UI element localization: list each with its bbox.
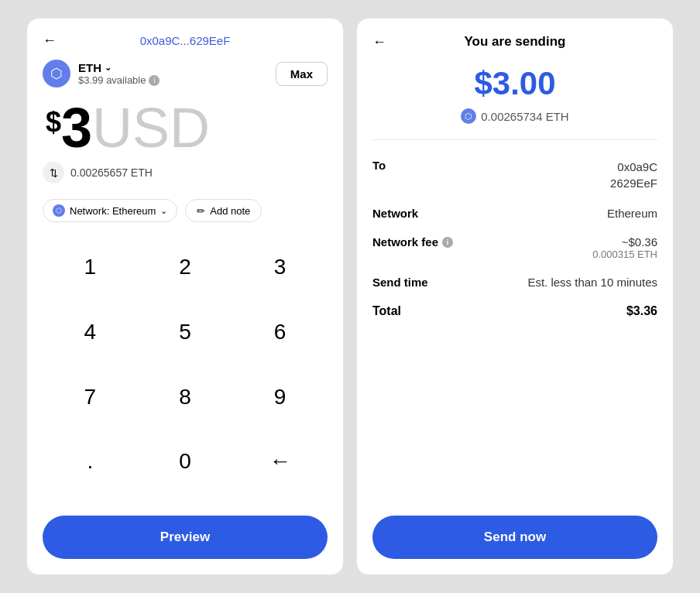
send-time-value: Est. less than 10 minutes xyxy=(527,276,657,289)
max-button[interactable]: Max xyxy=(276,62,328,86)
network-fee-row: Network fee i ~$0.36 0.000315 ETH xyxy=(372,235,657,260)
add-note-label: Add note xyxy=(210,205,250,217)
bottom-controls: ⬡ Network: Ethereum ⌄ ✏ Add note xyxy=(43,199,328,222)
usd-label: USD xyxy=(92,100,210,156)
back-button-right[interactable]: ← xyxy=(372,34,386,50)
network-chevron-icon: ⌄ xyxy=(160,206,167,216)
right-header: ← You are sending xyxy=(372,34,657,50)
add-note-button[interactable]: ✏ Add note xyxy=(185,199,262,222)
key-dot[interactable]: . xyxy=(43,435,138,488)
amount-display: $ 3 USD xyxy=(43,100,328,156)
token-balance: $3.99 available i xyxy=(78,74,160,86)
fee-label: Network fee xyxy=(372,235,438,249)
key-4[interactable]: 4 xyxy=(43,306,138,358)
eth-conversion-row: ⇅ 0.00265657 ETH xyxy=(43,162,328,183)
dollar-sign: $ xyxy=(46,106,61,139)
fee-usd: ~$0.36 xyxy=(592,235,657,249)
wallet-address[interactable]: 0x0a9C...629EeF xyxy=(140,34,231,47)
network-row-value: Ethereum xyxy=(607,207,657,220)
key-8[interactable]: 8 xyxy=(138,371,233,423)
send-panel-right: ← You are sending $3.00 ⬡ 0.00265734 ETH… xyxy=(356,18,674,575)
fee-eth: 0.000315 ETH xyxy=(592,249,657,260)
panel-title: You are sending xyxy=(465,34,566,50)
key-0[interactable]: 0 xyxy=(138,435,233,488)
left-header: ← 0x0a9C...629EeF xyxy=(43,34,328,47)
fee-label-container: Network fee i xyxy=(372,235,453,249)
to-label: To xyxy=(372,159,386,172)
key-7[interactable]: 7 xyxy=(43,371,138,423)
network-row-label: Network xyxy=(372,207,418,220)
to-row: To 0x0a9C 2629EeF xyxy=(372,159,657,191)
send-panel-left: ← 0x0a9C...629EeF ⬡ ETH ⌄ $3.99 availabl… xyxy=(26,18,344,575)
token-row: ⬡ ETH ⌄ $3.99 available i Max xyxy=(43,60,328,87)
to-address: 0x0a9C 2629EeF xyxy=(610,159,657,191)
send-amount-section: $3.00 ⬡ 0.00265734 ETH xyxy=(372,65,657,140)
key-9[interactable]: 9 xyxy=(232,371,328,423)
key-3[interactable]: 3 xyxy=(232,241,328,293)
network-row: Network Ethereum xyxy=(372,207,657,220)
eth-amount-text: 0.00265657 ETH xyxy=(70,166,153,179)
send-time-label: Send time xyxy=(372,276,428,289)
send-eth-row: ⬡ 0.00265734 ETH xyxy=(372,108,657,124)
key-6[interactable]: 6 xyxy=(232,306,328,358)
pencil-icon: ✏ xyxy=(197,205,205,217)
fee-values: ~$0.36 0.000315 ETH xyxy=(592,235,657,260)
send-eth-amount: 0.00265734 ETH xyxy=(481,110,568,123)
key-backspace[interactable]: ← xyxy=(232,435,328,488)
total-label: Total xyxy=(372,304,401,318)
key-1[interactable]: 1 xyxy=(43,241,138,293)
send-usd-amount: $3.00 xyxy=(372,65,657,102)
info-icon[interactable]: i xyxy=(149,75,160,86)
token-selector[interactable]: ⬡ ETH ⌄ $3.99 available i xyxy=(43,60,160,87)
total-row: Total $3.36 xyxy=(372,304,657,318)
token-chevron-icon: ⌄ xyxy=(105,63,112,73)
eth-icon: ⬡ xyxy=(43,60,70,87)
network-label: Network: Ethereum xyxy=(70,205,156,217)
send-now-button[interactable]: Send now xyxy=(372,516,657,559)
keypad: 1 2 3 4 5 6 7 8 9 . 0 ← xyxy=(43,241,328,500)
details-section: To 0x0a9C 2629EeF Network Ethereum Netwo… xyxy=(372,159,657,516)
back-button-left[interactable]: ← xyxy=(43,33,57,49)
fee-info-icon[interactable]: i xyxy=(442,237,453,248)
total-value: $3.36 xyxy=(626,304,657,318)
key-2[interactable]: 2 xyxy=(138,241,233,293)
swap-icon[interactable]: ⇅ xyxy=(43,162,64,183)
eth-icon-small: ⬡ xyxy=(461,108,476,124)
key-5[interactable]: 5 xyxy=(138,306,233,358)
send-time-row: Send time Est. less than 10 minutes xyxy=(372,276,657,289)
network-selector[interactable]: ⬡ Network: Ethereum ⌄ xyxy=(43,199,177,222)
token-info: ETH ⌄ $3.99 available i xyxy=(78,61,160,86)
eth-network-icon: ⬡ xyxy=(53,204,65,217)
token-name: ETH ⌄ xyxy=(78,61,160,74)
amount-number: 3 xyxy=(61,100,92,156)
preview-button[interactable]: Preview xyxy=(43,516,328,559)
